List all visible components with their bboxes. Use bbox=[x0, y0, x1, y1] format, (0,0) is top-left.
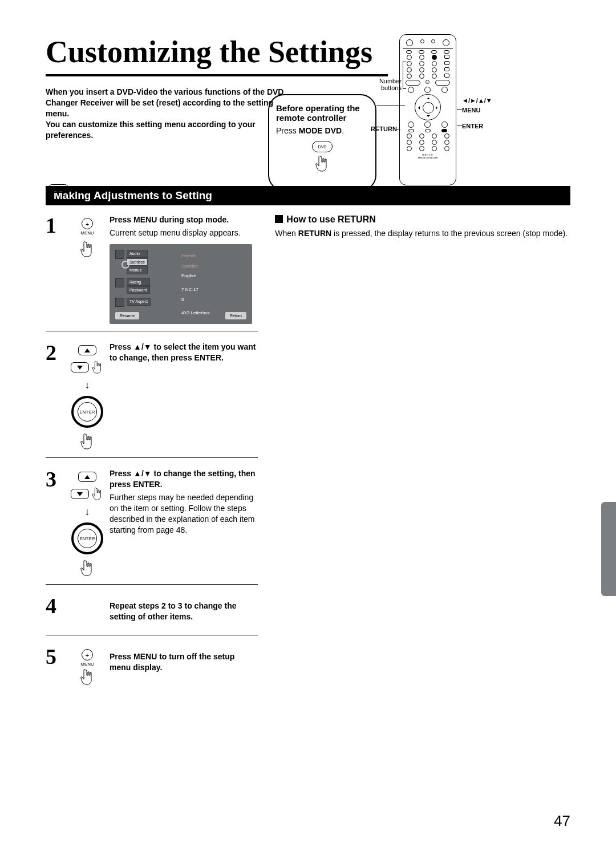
remote-diagram: ONKYO REMOTE CONTROLLER bbox=[399, 34, 456, 185]
step-number: 5 bbox=[46, 646, 65, 667]
hand-press-icon bbox=[91, 360, 104, 375]
callout-heading: Before operating the remote controller bbox=[276, 103, 360, 123]
step-icons: ↓ ENTER bbox=[65, 468, 110, 577]
body: 1 + MENU Press MENU during stop mode. Cu… bbox=[46, 214, 570, 691]
return-body: When RETURN is pressed, the display retu… bbox=[275, 228, 570, 239]
label-enter: ENTER bbox=[462, 123, 483, 129]
step-number: 2 bbox=[46, 342, 65, 363]
remote-brand: ONKYO bbox=[403, 153, 453, 156]
step-number: 4 bbox=[46, 595, 65, 617]
hand-press-icon bbox=[79, 240, 95, 258]
hand-press-icon bbox=[79, 668, 95, 686]
menu-button-icon: + MENU bbox=[80, 649, 95, 667]
label-arrows: ◄/►/▲/▼ bbox=[462, 97, 492, 104]
step-icons: + MENU bbox=[65, 646, 110, 686]
menu-button-icon: + MENU bbox=[80, 218, 95, 236]
connector-line bbox=[457, 125, 462, 125]
osd-screenshot: Audio Subtitles Menus Rating bbox=[110, 244, 252, 324]
label-return: RETURN bbox=[371, 125, 397, 132]
step-number: 3 bbox=[46, 468, 65, 490]
hand-press-icon bbox=[79, 432, 95, 451]
hand-press-icon bbox=[314, 155, 330, 173]
connector-line bbox=[396, 129, 400, 129]
step-5: 5 + MENU Press MENU to turn off the setu… bbox=[46, 646, 258, 686]
connector-line bbox=[457, 109, 462, 110]
down-button-icon bbox=[71, 362, 89, 372]
step-text: Press ▲/▼ to select the item you want to… bbox=[110, 342, 258, 363]
osd-return: Return bbox=[225, 312, 246, 319]
step-1: 1 + MENU Press MENU during stop mode. Cu… bbox=[46, 214, 258, 331]
section-tab bbox=[601, 502, 616, 596]
step-number: 1 bbox=[46, 214, 65, 236]
hand-press-icon bbox=[91, 487, 104, 501]
steps-column: 1 + MENU Press MENU during stop mode. Cu… bbox=[46, 214, 258, 691]
intro-text: When you insert a DVD-Video the various … bbox=[46, 87, 297, 140]
step-3: 3 ↓ ENTER Press ▲/▼ to change the settin… bbox=[46, 468, 258, 585]
step-2: 2 ↓ ENTER Press ▲/▼ to select the item y… bbox=[46, 342, 258, 458]
manual-page: Customizing the Settings When you insert… bbox=[0, 0, 616, 847]
page-number: 47 bbox=[554, 812, 570, 830]
up-button-icon bbox=[78, 345, 96, 355]
osd-resume: Resume bbox=[115, 312, 139, 319]
step-text: Press MENU during stop mode. Current set… bbox=[110, 214, 258, 324]
return-heading: How to use RETURN bbox=[275, 214, 570, 225]
step-icons: + MENU bbox=[65, 214, 110, 258]
step-text: Press MENU to turn off the setup menu di… bbox=[110, 646, 258, 673]
intro-line2: You can customize this setting menu acco… bbox=[46, 120, 256, 140]
down-button-icon bbox=[71, 489, 89, 499]
up-button-icon bbox=[78, 472, 96, 482]
step-text: Press ▲/▼ to change the setting, then pr… bbox=[110, 468, 258, 535]
intro-line1: When you insert a DVD-Video the various … bbox=[46, 87, 283, 118]
dvd-mode-button-icon: DVD bbox=[312, 141, 333, 152]
label-menu: MENU bbox=[462, 107, 480, 114]
hand-press-icon bbox=[79, 559, 95, 577]
callout-instruction: Press MODE DVD. bbox=[276, 126, 368, 135]
square-bullet-icon bbox=[275, 215, 283, 223]
enter-button-icon: ENTER bbox=[71, 522, 103, 554]
enter-button-icon: ENTER bbox=[71, 396, 103, 428]
arrow-down-icon: ↓ bbox=[85, 379, 90, 391]
arrow-down-icon: ↓ bbox=[85, 506, 90, 518]
dvd-badge: DVD bbox=[48, 183, 69, 193]
page-title: Customizing the Settings bbox=[46, 34, 388, 76]
return-column: How to use RETURN When RETURN is pressed… bbox=[275, 214, 570, 691]
remote-sub: REMOTE CONTROLLER bbox=[403, 157, 453, 159]
step-text: Repeat steps 2 to 3 to change the settin… bbox=[110, 595, 258, 622]
callout-box: Before operating the remote controller P… bbox=[268, 94, 376, 191]
step-icons: ↓ ENTER bbox=[65, 342, 110, 451]
label-number-buttons: Number buttons bbox=[375, 78, 402, 91]
step-4: 4 Repeat steps 2 to 3 to change the sett… bbox=[46, 595, 258, 635]
